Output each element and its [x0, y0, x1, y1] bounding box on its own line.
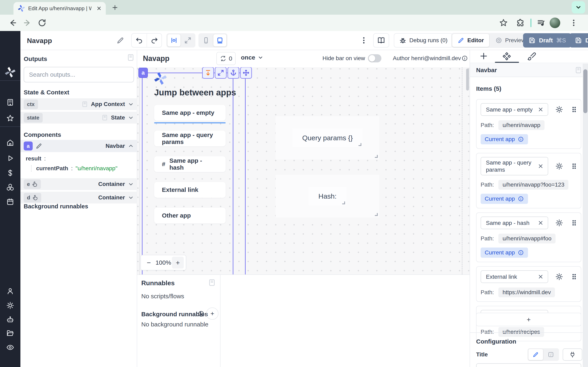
ctx-row[interactable]: ctx App Context	[20, 98, 137, 110]
panel-divider[interactable]	[220, 275, 221, 367]
info-icon[interactable]	[518, 250, 524, 256]
chevron-down-icon[interactable]	[128, 115, 134, 121]
app-nav-button[interactable]: External link	[154, 182, 226, 198]
audit-eye-icon[interactable]	[6, 343, 14, 351]
expand-component-button[interactable]	[215, 67, 227, 79]
add-background-runnable-button[interactable]: +	[206, 308, 218, 320]
panel-doc-icon[interactable]	[208, 278, 216, 287]
tab-close-icon[interactable]	[96, 5, 102, 11]
workers-robot-icon[interactable]	[6, 316, 14, 324]
hide-bar-toggle[interactable]	[368, 54, 381, 62]
draft-button[interactable]: Draft ⌘S	[523, 33, 571, 48]
component-a-badge[interactable]: a	[24, 142, 33, 150]
resources-boxes-icon[interactable]	[6, 183, 14, 191]
component-d-row[interactable]: d Container	[20, 192, 137, 203]
add-item-button[interactable]: +	[476, 313, 581, 326]
runs-play-icon[interactable]	[6, 154, 14, 162]
users-icon[interactable]	[6, 287, 14, 295]
clear-label-icon[interactable]	[537, 220, 544, 226]
chevron-down-icon[interactable]	[128, 181, 134, 187]
variables-dollar-icon[interactable]	[6, 169, 14, 177]
app-nav-button[interactable]: #Same app - hash	[154, 156, 226, 172]
windmill-logo-icon[interactable]	[5, 67, 16, 77]
back-icon[interactable]	[8, 18, 17, 27]
connect-input-button[interactable]	[563, 349, 582, 361]
mobile-view-button[interactable]	[199, 34, 213, 47]
item-label-input[interactable]: External link	[481, 270, 548, 283]
redo-button[interactable]	[147, 34, 162, 47]
anchor-component-button[interactable]	[227, 67, 239, 79]
media-playlist-icon[interactable]	[536, 18, 545, 27]
insert-component-tab[interactable]	[479, 52, 488, 60]
clear-label-icon[interactable]	[537, 274, 544, 280]
panel-doc-icon[interactable]	[575, 66, 582, 74]
drag-handle-icon[interactable]	[571, 273, 577, 281]
chevron-down-icon[interactable]	[128, 194, 134, 201]
refresh-counter[interactable]: 0	[216, 52, 236, 65]
component-edit-pencil-icon[interactable]	[35, 142, 43, 150]
result-row[interactable]: result :	[26, 155, 46, 162]
app-nav-button[interactable]: Other app	[154, 208, 226, 224]
author-info-icon[interactable]	[461, 55, 468, 62]
state-row[interactable]: state State	[20, 112, 137, 124]
schedules-calendar-icon[interactable]	[6, 198, 14, 206]
expand-canvas-button[interactable]	[181, 34, 194, 47]
item-settings-icon[interactable]	[555, 105, 563, 114]
drag-handle-icon[interactable]	[571, 219, 577, 227]
desktop-view-button[interactable]	[213, 34, 226, 47]
selected-component-tag[interactable]: a	[138, 68, 148, 78]
component-e-badge[interactable]: e	[24, 179, 41, 189]
info-icon[interactable]	[198, 310, 205, 317]
tab-search-button[interactable]	[572, 1, 585, 13]
query-params-text-box[interactable]: Query params {}	[292, 129, 363, 147]
item-label-input[interactable]: Same app - empty	[481, 103, 548, 116]
search-outputs-input[interactable]	[24, 67, 134, 82]
zoom-in-button[interactable]: +	[172, 257, 184, 268]
info-icon[interactable]	[518, 196, 524, 202]
static-value-button[interactable]	[528, 349, 543, 360]
drag-handle-icon[interactable]	[571, 105, 577, 114]
component-d-badge[interactable]: d	[24, 193, 41, 202]
more-options-icon[interactable]	[359, 36, 368, 45]
chevron-up-icon[interactable]	[128, 143, 134, 149]
app-nav-button[interactable]: Same app - empty	[154, 105, 226, 121]
current-path-row[interactable]: currentPath : "u/henri/navapp"	[31, 165, 117, 172]
extensions-icon[interactable]	[516, 18, 525, 27]
hash-text-box[interactable]: Hash:	[309, 187, 346, 206]
canvas[interactable]: a Jump between apps Same app - emptySame…	[137, 67, 470, 275]
forward-icon[interactable]	[23, 18, 32, 27]
settings-gear-icon[interactable]	[6, 301, 14, 309]
item-label-input[interactable]: Same app - query params	[481, 157, 548, 175]
undo-button[interactable]	[132, 34, 147, 47]
workspace-icon[interactable]	[6, 98, 14, 106]
panel-scrollbar[interactable]	[583, 64, 588, 367]
fill-height-button[interactable]	[202, 67, 214, 79]
component-e-row[interactable]: e Container	[20, 178, 137, 190]
canvas-scrollbar[interactable]	[466, 68, 469, 91]
drag-handle-icon[interactable]	[571, 162, 577, 170]
item-label-input[interactable]: Same app - hash	[481, 217, 548, 229]
expression-button[interactable]: f	[544, 349, 558, 360]
folders-icon[interactable]	[6, 329, 14, 337]
rename-pencil-icon[interactable]	[116, 36, 125, 44]
info-icon[interactable]	[518, 136, 524, 142]
item-settings-icon[interactable]	[555, 273, 563, 281]
center-align-button[interactable]	[167, 34, 181, 47]
refresh-mode-dropdown[interactable]: once	[241, 54, 263, 61]
favorites-star-icon[interactable]	[6, 114, 14, 122]
profile-avatar[interactable]	[550, 17, 560, 28]
item-settings-icon[interactable]	[555, 219, 563, 227]
component-settings-tab[interactable]	[502, 52, 511, 61]
editor-tab[interactable]: Editor	[452, 34, 489, 47]
app-nav-button[interactable]: Same app - query params	[154, 131, 226, 146]
component-a-row[interactable]: a Navbar	[20, 140, 137, 152]
title-value-input[interactable]	[476, 363, 581, 367]
docs-button[interactable]	[373, 33, 389, 48]
move-component-button[interactable]	[240, 67, 252, 79]
query-params-container[interactable]: Query params {}	[276, 116, 379, 159]
new-tab-button[interactable]	[112, 4, 118, 11]
zoom-out-button[interactable]: −	[143, 257, 155, 268]
browser-menu-icon[interactable]	[569, 18, 578, 27]
deploy-button[interactable]: Deploy	[570, 33, 588, 48]
clear-label-icon[interactable]	[537, 106, 544, 113]
